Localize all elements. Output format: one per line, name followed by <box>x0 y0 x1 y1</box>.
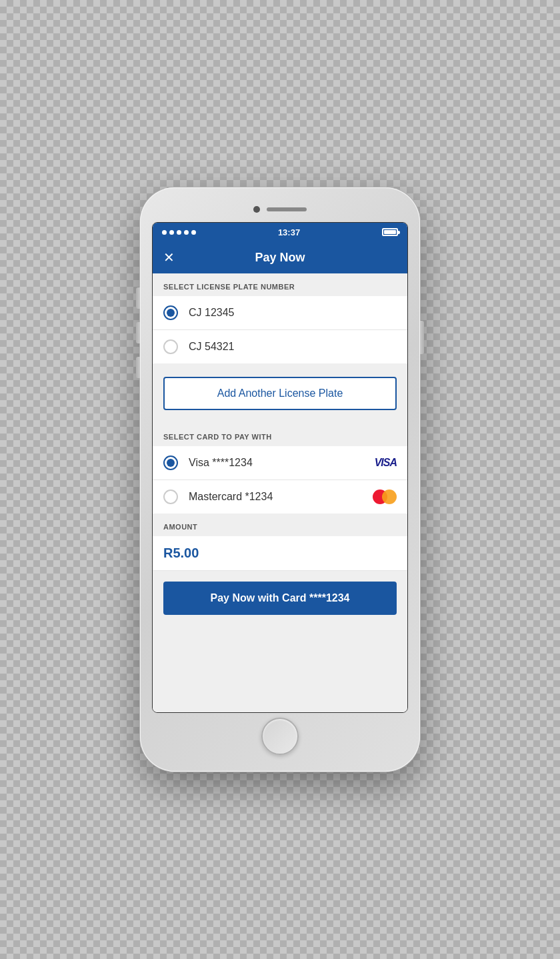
card-name-mastercard: Mastercard *1234 <box>189 491 373 503</box>
phone-bottom <box>152 713 408 760</box>
speaker-bar <box>267 207 307 211</box>
amount-value: R5.00 <box>153 536 407 570</box>
signal-dots <box>162 230 196 235</box>
mastercard-circle-right <box>382 490 397 504</box>
mastercard-circles <box>373 490 397 504</box>
volume-buttons <box>136 287 140 378</box>
add-license-plate-button[interactable]: Add Another License Plate <box>163 377 397 410</box>
plate-number-1: CJ 12345 <box>189 307 397 319</box>
status-time: 13:37 <box>278 227 300 237</box>
close-button[interactable]: ✕ <box>163 249 175 265</box>
radio-inner-plate-1 <box>167 309 175 317</box>
radio-card-mastercard[interactable] <box>163 490 178 504</box>
radio-plate-1[interactable] <box>163 305 178 320</box>
radio-plate-2[interactable] <box>163 339 178 354</box>
license-plate-section-label: SELECT LICENSE PLATE NUMBER <box>153 273 407 296</box>
phone-frame: 13:37 ✕ Pay Now SELECT LICENSE PLATE NUM… <box>140 187 420 772</box>
license-plate-item-2[interactable]: CJ 54321 <box>153 330 407 363</box>
mastercard-logo <box>373 490 397 504</box>
card-item-mastercard[interactable]: Mastercard *1234 <box>153 480 407 514</box>
power-button <box>420 321 424 354</box>
card-list: Visa ****1234 VISA Mastercard *1234 <box>153 446 407 514</box>
radio-inner-card-visa <box>167 459 175 467</box>
phone-screen: 13:37 ✕ Pay Now SELECT LICENSE PLATE NUM… <box>152 222 408 713</box>
license-plate-item-1[interactable]: CJ 12345 <box>153 296 407 330</box>
phone-top-notch <box>152 199 408 219</box>
pay-now-button[interactable]: Pay Now with Card ****1234 <box>163 582 397 615</box>
card-name-visa: Visa ****1234 <box>189 457 375 469</box>
status-bar: 13:37 <box>153 223 407 241</box>
camera-dot <box>253 206 260 213</box>
app-header: ✕ Pay Now <box>153 241 407 273</box>
card-section-label: SELECT CARD TO PAY WITH <box>153 423 407 446</box>
home-button[interactable] <box>261 718 299 755</box>
battery-indicator <box>382 228 398 236</box>
page-title: Pay Now <box>255 251 305 265</box>
license-plate-list: CJ 12345 CJ 54321 <box>153 296 407 363</box>
amount-section-label: AMOUNT <box>153 514 407 536</box>
radio-card-visa[interactable] <box>163 455 178 470</box>
plate-number-2: CJ 54321 <box>189 341 397 353</box>
bottom-area <box>153 626 407 712</box>
visa-logo: VISA <box>375 457 397 469</box>
card-item-visa[interactable]: Visa ****1234 VISA <box>153 446 407 480</box>
